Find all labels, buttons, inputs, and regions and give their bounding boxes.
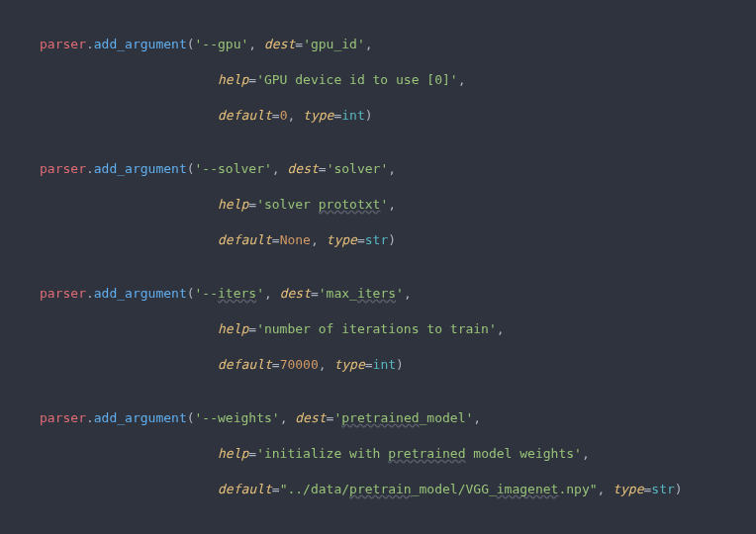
none-const: None: [280, 232, 311, 247]
string-literal: 'GPU device id to use [0]': [256, 72, 458, 87]
identifier: parser: [40, 37, 86, 51]
code-line: default=0, type=int): [4, 107, 756, 125]
kwarg: type: [303, 108, 333, 123]
string-literal: 'gpu_id': [303, 37, 365, 51]
spellcheck-squiggle: prototxt: [319, 197, 381, 212]
code-line: default="../data/pretrain_model/VGG_imag…: [4, 481, 756, 498]
method-call: add_argument: [94, 37, 187, 51]
kwarg: dest: [264, 37, 295, 51]
code-line: help='solver prototxt',: [4, 196, 756, 214]
code-line: parser.add_argument('--gpu', dest='gpu_i…: [4, 36, 756, 53]
builtin-type: int: [341, 108, 364, 123]
code-editor-viewport[interactable]: parser.add_argument('--gpu', dest='gpu_i…: [0, 0, 756, 534]
code-line: help='initialize with pretrained model w…: [4, 445, 756, 463]
code-line: parser.add_argument('--weights', dest='p…: [4, 409, 756, 427]
kwarg: default: [218, 108, 272, 123]
string-literal: '--gpu': [195, 37, 249, 51]
code-line: default=None, type=str): [4, 231, 756, 249]
kwarg: help: [218, 72, 248, 87]
code-line: parser.add_argument('--iters', dest='max…: [4, 285, 756, 303]
code-line: parser.add_argument('--solver', dest='so…: [4, 160, 756, 178]
code-line: help='GPU device id to use [0]',: [4, 71, 756, 89]
code-line: default=70000, type=int): [4, 356, 756, 374]
code-line: help='number of iterations to train',: [4, 320, 756, 338]
